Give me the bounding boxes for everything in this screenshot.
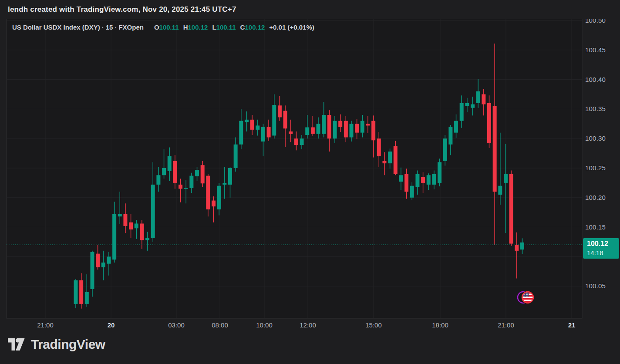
candle-body[interactable] xyxy=(305,127,309,135)
legend-separator: · xyxy=(100,24,106,31)
candle-body[interactable] xyxy=(261,127,265,142)
candle-body[interactable] xyxy=(118,214,122,216)
candle-body[interactable] xyxy=(482,94,485,104)
candle-body[interactable] xyxy=(85,292,89,304)
candle-body[interactable] xyxy=(460,103,464,121)
candle-body[interactable] xyxy=(404,174,408,192)
price-tick-label: 100.15 xyxy=(585,223,618,231)
candle-body[interactable] xyxy=(350,124,354,137)
candle-body[interactable] xyxy=(162,168,166,175)
candle-body[interactable] xyxy=(156,175,160,185)
candle-body[interactable] xyxy=(168,156,172,171)
candle-body[interactable] xyxy=(415,174,419,187)
candle-body[interactable] xyxy=(520,243,524,249)
candle-body[interactable] xyxy=(140,223,144,240)
candle-body[interactable] xyxy=(487,103,491,143)
price-tick-label: 100.20 xyxy=(585,194,618,201)
candle-body[interactable] xyxy=(410,186,414,198)
candle-body[interactable] xyxy=(222,183,226,185)
high-label: H xyxy=(183,24,188,31)
time-tick-label: 15:00 xyxy=(356,321,391,329)
candle-body[interactable] xyxy=(123,214,127,226)
candle-body[interactable] xyxy=(338,121,342,127)
candle-body[interactable] xyxy=(217,186,221,209)
candle-body[interactable] xyxy=(272,105,276,136)
candle-body[interactable] xyxy=(234,145,238,168)
candle-body[interactable] xyxy=(289,131,293,134)
candle-body[interactable] xyxy=(504,174,508,183)
candle-body[interactable] xyxy=(476,91,480,103)
candle-body[interactable] xyxy=(245,120,249,122)
candle-body[interactable] xyxy=(438,162,441,182)
candle-body[interactable] xyxy=(101,263,105,267)
candle-body[interactable] xyxy=(382,161,386,163)
candle-body[interactable] xyxy=(454,121,458,133)
candle-body[interactable] xyxy=(173,161,177,183)
candle-body[interactable] xyxy=(283,111,287,128)
candle-body[interactable] xyxy=(267,127,271,137)
candle-body[interactable] xyxy=(448,127,452,145)
candle-body[interactable] xyxy=(112,214,116,260)
candle-body[interactable] xyxy=(74,280,78,304)
candle-body[interactable] xyxy=(129,222,133,229)
interval-label[interactable]: 15 xyxy=(106,24,113,31)
symbol-legend[interactable]: US Dollar USDX Index (DXY)·15·FXOpenO100… xyxy=(12,24,314,31)
candle-body[interactable] xyxy=(421,177,425,183)
candle-body[interactable] xyxy=(327,115,331,138)
price-tick-label: 100.05 xyxy=(585,282,618,290)
time-tick-label: 21:00 xyxy=(28,321,63,329)
candle-body[interactable] xyxy=(344,121,348,138)
candle-body[interactable] xyxy=(195,170,199,176)
candle-body[interactable] xyxy=(250,120,254,130)
candle-body[interactable] xyxy=(427,175,431,185)
candle-body[interactable] xyxy=(228,168,232,185)
candle-body[interactable] xyxy=(443,138,447,161)
candle-body[interactable] xyxy=(179,185,182,189)
candle-body[interactable] xyxy=(394,146,398,174)
candle-body[interactable] xyxy=(201,165,205,183)
candle-body[interactable] xyxy=(239,121,243,145)
candle-body[interactable] xyxy=(361,121,364,133)
candle-body[interactable] xyxy=(515,245,519,251)
candle-body[interactable] xyxy=(256,125,259,129)
bar-countdown: 14:18 xyxy=(587,249,619,257)
candle-body[interactable] xyxy=(471,104,475,108)
candle-body[interactable] xyxy=(184,188,188,189)
candle-body[interactable] xyxy=(145,238,149,240)
candle-body[interactable] xyxy=(151,185,155,238)
candle-body[interactable] xyxy=(498,186,502,195)
candle-body[interactable] xyxy=(317,124,320,134)
candle-body[interactable] xyxy=(212,201,216,207)
candle-body[interactable] xyxy=(377,138,381,156)
candle-body[interactable] xyxy=(135,223,138,228)
candlestick-chart[interactable] xyxy=(0,0,620,364)
candle-body[interactable] xyxy=(322,115,326,134)
candle-body[interactable] xyxy=(399,175,403,182)
symbol-title[interactable]: US Dollar USDX Index (DXY) xyxy=(12,24,100,31)
candle-body[interactable] xyxy=(90,252,94,289)
tradingview-logo[interactable]: TradingView xyxy=(8,335,105,354)
exchange-label[interactable]: FXOpen xyxy=(118,24,144,31)
candle-body[interactable] xyxy=(493,106,497,192)
candle-body[interactable] xyxy=(278,105,282,117)
attribution-text: lendh created with TradingView.com, Nov … xyxy=(8,5,236,14)
candle-body[interactable] xyxy=(355,124,359,132)
candle-body[interactable] xyxy=(333,121,337,139)
candle-body[interactable] xyxy=(96,254,100,267)
candle-body[interactable] xyxy=(465,103,469,106)
candle-body[interactable] xyxy=(79,280,83,304)
candle-body[interactable] xyxy=(107,256,111,263)
candle-body[interactable] xyxy=(206,176,210,209)
candle-body[interactable] xyxy=(189,176,193,188)
candle-body[interactable] xyxy=(294,138,298,145)
candle-body[interactable] xyxy=(300,138,304,145)
candle-body[interactable] xyxy=(388,152,392,163)
candle-body[interactable] xyxy=(371,121,375,141)
candle-body[interactable] xyxy=(509,174,513,244)
change-value: +0.01 (+0.01%) xyxy=(269,24,314,31)
candle-body[interactable] xyxy=(366,124,370,125)
candle-body[interactable] xyxy=(432,174,436,185)
tradingview-logo-text: TradingView xyxy=(31,337,105,352)
time-tick-label: 12:00 xyxy=(290,321,325,329)
candle-body[interactable] xyxy=(311,127,315,134)
